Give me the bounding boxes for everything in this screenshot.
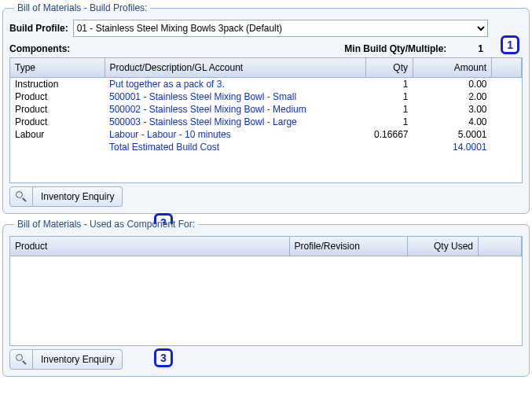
used-for-legend: Bill of Materials - Used as Component Fo… [14,219,198,230]
button-bar-bottom: Inventory Enquiry [9,349,523,370]
table-row[interactable]: Product 500001 - Stainless Steel Mixing … [10,90,522,103]
row-desc-link[interactable]: Labour - Labour - 10 minutes [105,128,366,141]
table-row[interactable]: Instruction Put together as a pack of 3.… [10,77,522,90]
table-row[interactable]: Labour Labour - Labour - 10 minutes 0.16… [10,128,522,141]
inventory-enquiry-button[interactable]: Inventory Enquiry [33,349,123,370]
used-for-table: Product Profile/Revision Qty Used [10,237,522,256]
components-table: Type Product/Description/GL Account Qty … [10,58,522,153]
inventory-enquiry-icon-button[interactable] [9,186,33,207]
profile-row: Build Profile: 01 - Stainless Steel Mixi… [9,20,523,37]
table-total-row: Total Estimated Build Cost 14.0001 [10,141,522,153]
col-qty[interactable]: Qty [366,58,413,77]
magnifier-icon [16,191,27,202]
row-desc-link[interactable]: Put together as a pack of 3. [105,77,366,90]
build-profile-label: Build Profile: [9,23,68,34]
build-profiles-legend: Bill of Materials - Build Profiles: [14,2,150,13]
inventory-enquiry-icon-button[interactable] [9,349,33,370]
total-value: 14.0001 [413,141,492,153]
components-table-wrap: Type Product/Description/GL Account Qty … [9,57,523,183]
col-profile-revision[interactable]: Profile/Revision [289,237,408,256]
used-for-header-row: Product Profile/Revision Qty Used [10,237,522,256]
magnifier-icon [16,354,27,365]
button-bar-top: Inventory Enquiry [9,186,523,207]
table-row[interactable]: Product 500002 - Stainless Steel Mixing … [10,103,522,116]
col-type[interactable]: Type [10,58,105,77]
row-desc-link[interactable]: 500003 - Stainless Steel Mixing Bowl - L… [105,116,366,128]
col-product[interactable]: Product [10,237,289,256]
col-qty-used[interactable]: Qty Used [408,237,479,256]
min-build-value: 1 [478,43,523,54]
inventory-enquiry-button[interactable]: Inventory Enquiry [33,186,123,207]
used-for-group: Bill of Materials - Used as Component Fo… [2,219,530,377]
col-desc[interactable]: Product/Description/GL Account [105,58,366,77]
build-profiles-group: Bill of Materials - Build Profiles: 1 2 … [2,2,530,214]
build-profile-select[interactable]: 01 - Stainless Steel Mixing Bowls 3pack … [73,20,488,37]
col-tail [492,58,522,77]
components-subheader: Components: Min Build Qty/Multiple: 1 [9,43,523,54]
components-label: Components: [9,43,344,54]
total-label: Total Estimated Build Cost [105,141,366,153]
col-amount[interactable]: Amount [413,58,492,77]
used-for-table-wrap: Product Profile/Revision Qty Used [9,236,523,346]
row-desc-link[interactable]: 500001 - Stainless Steel Mixing Bowl - S… [105,90,366,103]
components-header-row: Type Product/Description/GL Account Qty … [10,58,522,77]
row-desc-link[interactable]: 500002 - Stainless Steel Mixing Bowl - M… [105,103,366,116]
col-tail2 [479,237,522,256]
table-row[interactable]: Product 500003 - Stainless Steel Mixing … [10,116,522,128]
min-build-label: Min Build Qty/Multiple: [344,43,446,54]
